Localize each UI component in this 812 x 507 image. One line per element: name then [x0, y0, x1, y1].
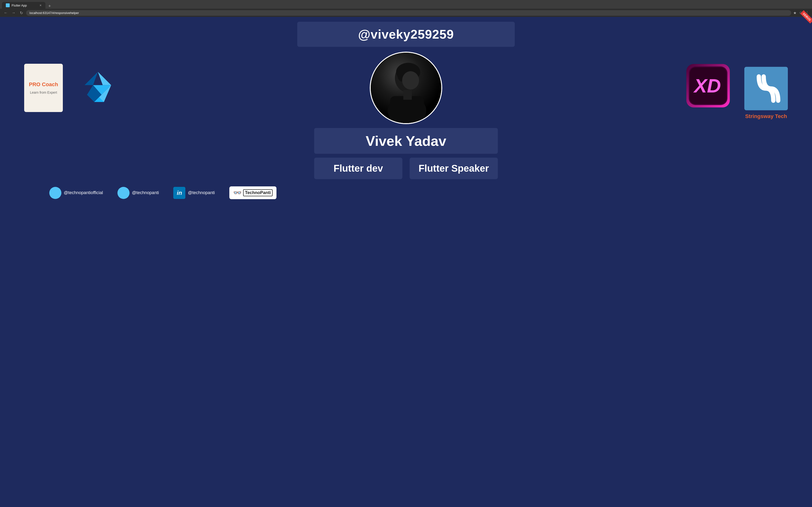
flutter-logo	[82, 71, 114, 102]
svg-marker-2	[85, 72, 98, 85]
url-text: localhost:63147/#/responsivehelper	[30, 11, 79, 15]
pro-coach-title: PRO Coach	[29, 81, 58, 88]
linkedin-text: in	[177, 189, 182, 196]
browser-toolbar: ← → ↻ localhost:63147/#/responsivehelper…	[0, 9, 812, 17]
linkedin-icon: in	[173, 187, 185, 199]
reload-button[interactable]: ↻	[18, 11, 24, 15]
svg-text:XD: XD	[693, 75, 721, 97]
svg-point-12	[402, 71, 419, 90]
role-badge-flutter-dev: Flutter dev	[314, 158, 402, 179]
social-links: @technopantiofficial @technopanti in @te…	[49, 186, 763, 199]
name-banner: Vivek Yadav	[314, 128, 498, 154]
pro-coach-card: PRO Coach Learn from Expert	[24, 64, 63, 112]
flutter-speaker-text: Flutter Speaker	[418, 163, 489, 174]
middle-section: PRO Coach Learn from Expert	[10, 52, 802, 124]
username-text: @viveky259259	[358, 27, 454, 41]
browser-chrome: Flutter App × + ← → ↻ localhost:63147/#/…	[0, 0, 812, 17]
forward-button[interactable]: →	[11, 11, 16, 15]
technopanti-logo[interactable]: 👓 TechnoPanti	[230, 186, 277, 199]
username-banner: @viveky259259	[297, 22, 515, 47]
adobe-xd-logo: XD	[686, 64, 730, 107]
social-item-linkedin[interactable]: in @technopanti	[173, 187, 215, 199]
svg-marker-0	[6, 4, 9, 6]
social-handle-2: @technopanti	[132, 190, 159, 195]
bookmark-icon[interactable]: ★	[793, 11, 797, 15]
technopanti-logo-text: TechnoPanti	[243, 189, 273, 196]
social-avatar-2	[117, 187, 130, 199]
name-text: Vivek Yadav	[366, 133, 446, 149]
profile-image	[370, 52, 442, 124]
tab-title: Flutter App	[12, 4, 27, 7]
social-item-instagram[interactable]: @technopantiofficial	[49, 187, 103, 199]
pro-coach-subtitle: Learn from Expert	[30, 91, 57, 95]
role-badge-flutter-speaker: Flutter Speaker	[410, 158, 498, 179]
svg-rect-15	[403, 90, 412, 100]
close-tab-button[interactable]: ×	[40, 3, 42, 7]
address-bar[interactable]: localhost:63147/#/responsivehelper	[26, 10, 791, 16]
back-button[interactable]: ←	[3, 11, 9, 15]
stringsway-title: Stringsway Tech	[745, 113, 787, 119]
social-item-twitter[interactable]: @technopanti	[117, 187, 159, 199]
new-tab-button[interactable]: +	[46, 4, 53, 9]
flutter-favicon	[6, 3, 10, 7]
social-handle-linkedin: @technopanti	[188, 190, 215, 195]
role-badges: Flutter dev Flutter Speaker	[314, 158, 498, 179]
stringsway-logo	[744, 67, 788, 110]
avatar	[371, 53, 441, 123]
browser-tab[interactable]: Flutter App ×	[2, 2, 45, 9]
social-handle-1: @technopantiofficial	[64, 190, 103, 195]
stringsway-card: Stringsway Tech	[744, 67, 788, 119]
svg-rect-14	[390, 96, 424, 123]
flutter-dev-text: Flutter dev	[334, 163, 383, 174]
app-content: @viveky259259 PRO Coach Learn from Exper…	[0, 17, 812, 507]
svg-marker-1	[98, 72, 111, 85]
technopanti-logo-icon: 👓	[233, 189, 242, 197]
tab-bar: Flutter App × +	[0, 0, 812, 9]
social-avatar-1	[49, 187, 61, 199]
